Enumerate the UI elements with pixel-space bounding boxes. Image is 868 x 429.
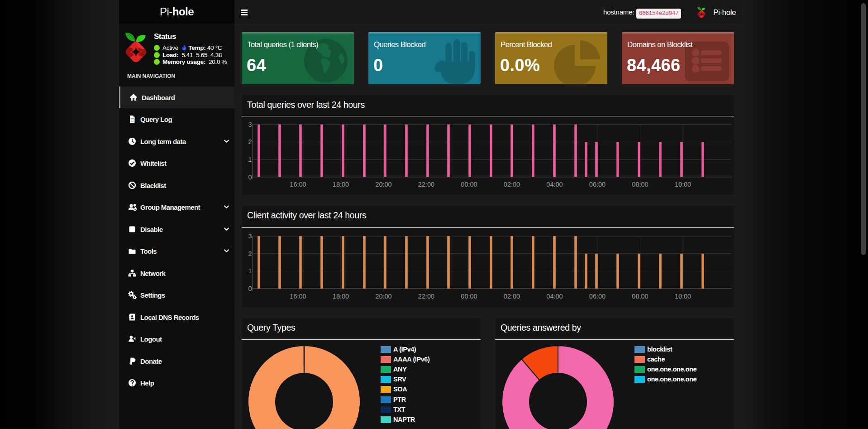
svg-text:20:00: 20:00 xyxy=(375,181,391,188)
svg-text:00:00: 00:00 xyxy=(461,293,477,300)
svg-text:06:00: 06:00 xyxy=(589,293,606,300)
svg-text:02:00: 02:00 xyxy=(504,293,520,300)
svg-text:06:00: 06:00 xyxy=(589,181,606,188)
svg-text:0: 0 xyxy=(248,174,252,181)
svg-text:1: 1 xyxy=(248,156,252,163)
svg-text:04:00: 04:00 xyxy=(546,181,563,188)
svg-text:18:00: 18:00 xyxy=(333,181,349,188)
svg-text:18:00: 18:00 xyxy=(333,293,349,300)
svg-text:2: 2 xyxy=(248,138,252,145)
svg-text:04:00: 04:00 xyxy=(546,293,563,300)
svg-text:16:00: 16:00 xyxy=(290,181,306,188)
svg-text:3: 3 xyxy=(248,121,252,128)
svg-text:16:00: 16:00 xyxy=(290,293,306,300)
svg-text:0: 0 xyxy=(248,285,252,292)
svg-text:2: 2 xyxy=(248,250,252,257)
svg-text:08:00: 08:00 xyxy=(632,293,648,300)
svg-text:00:00: 00:00 xyxy=(461,181,477,188)
svg-text:22:00: 22:00 xyxy=(418,293,434,300)
svg-text:20:00: 20:00 xyxy=(375,293,391,300)
svg-text:1: 1 xyxy=(248,267,252,275)
svg-text:22:00: 22:00 xyxy=(418,181,434,188)
svg-text:3: 3 xyxy=(248,232,252,240)
svg-text:10:00: 10:00 xyxy=(675,181,691,188)
svg-text:02:00: 02:00 xyxy=(504,181,520,188)
svg-text:10:00: 10:00 xyxy=(675,293,691,300)
svg-text:08:00: 08:00 xyxy=(632,181,648,188)
